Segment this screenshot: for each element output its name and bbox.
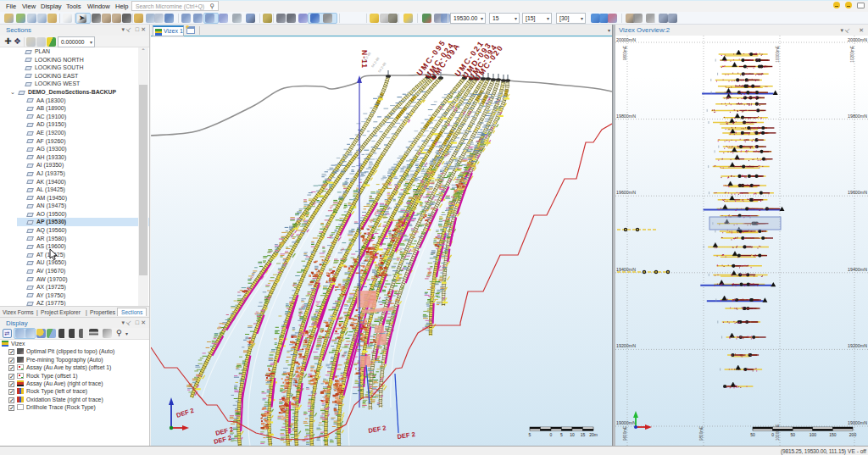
- svg-text:19200mN: 19200mN: [848, 343, 867, 348]
- svg-text:FG: FG: [342, 352, 347, 357]
- svg-text:200: 200: [849, 432, 857, 437]
- svg-text:FG: FG: [292, 281, 297, 286]
- svg-text:10000mE: 10000mE: [776, 424, 780, 441]
- svg-text:20000mN: 20000mN: [848, 37, 867, 42]
- svg-text:15: 15: [581, 432, 586, 437]
- svg-text:10: 10: [570, 432, 575, 437]
- svg-text:DEF 2: DEF 2: [368, 424, 387, 435]
- svg-text:10000mE: 10000mE: [776, 46, 780, 63]
- svg-text:20000mN: 20000mN: [616, 37, 636, 42]
- svg-text:19800mN: 19800mN: [848, 114, 867, 119]
- svg-text:19400mN: 19400mN: [616, 267, 636, 272]
- svg-text:9600mE: 9600mE: [623, 46, 627, 60]
- svg-text:20m: 20m: [589, 432, 598, 437]
- svg-text:10200mE: 10200mE: [850, 46, 854, 63]
- svg-text:19600mN: 19600mN: [848, 190, 867, 195]
- svg-text:19200mN: 19200mN: [616, 343, 636, 348]
- svg-text:150: 150: [829, 432, 837, 437]
- svg-text:9600mE: 9600mE: [623, 426, 627, 441]
- svg-text:5: 5: [560, 432, 563, 437]
- svg-text:64.2-88: 64.2-88: [377, 61, 387, 74]
- svg-text:DEF 2: DEF 2: [397, 430, 415, 441]
- svg-text:5: 5: [529, 432, 531, 437]
- svg-text:19800mN: 19800mN: [616, 114, 636, 119]
- svg-text:TG: TG: [340, 247, 345, 252]
- svg-text:19400mN: 19400mN: [848, 267, 867, 272]
- svg-text:0: 0: [771, 432, 774, 437]
- svg-text:TG: TG: [446, 153, 451, 158]
- svg-text:19000mN: 19000mN: [616, 420, 636, 425]
- svg-text:0: 0: [550, 432, 553, 437]
- svg-text:64.2-88: 64.2-88: [370, 56, 381, 69]
- svg-text:19000mN: 19000mN: [848, 420, 867, 425]
- svg-text:50: 50: [790, 432, 795, 437]
- svg-text:100: 100: [810, 432, 817, 437]
- svg-text:DEF 2: DEF 2: [175, 407, 195, 419]
- svg-text:FG: FG: [427, 270, 432, 275]
- svg-text:TG: TG: [339, 315, 344, 320]
- svg-text:50: 50: [750, 432, 755, 437]
- svg-text:TG: TG: [217, 325, 222, 330]
- svg-text:TG: TG: [398, 247, 403, 252]
- svg-text:9800mE: 9800mE: [699, 426, 704, 441]
- svg-text:19600mN: 19600mN: [616, 190, 636, 195]
